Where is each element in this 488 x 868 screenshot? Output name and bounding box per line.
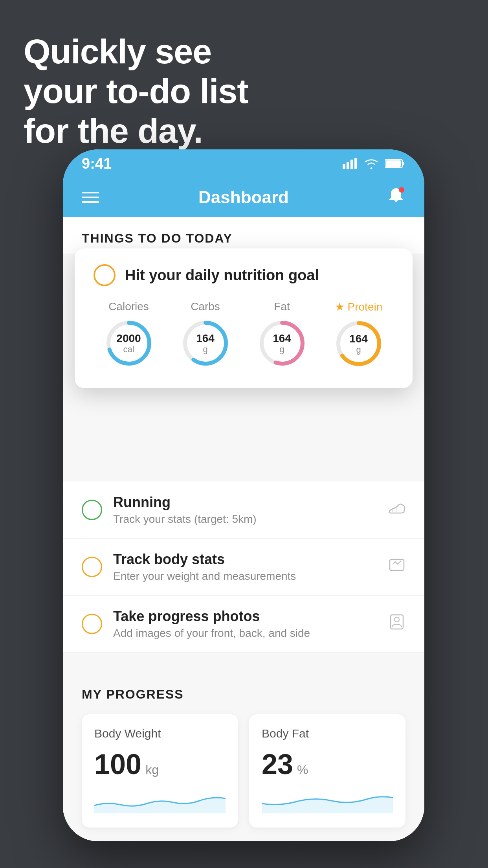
running-checkbox[interactable] bbox=[82, 500, 102, 520]
body-stats-checkbox[interactable] bbox=[82, 557, 102, 577]
headline-text: Quickly see your to-do list for the day. bbox=[24, 31, 248, 151]
body-fat-title: Body Fat bbox=[262, 727, 393, 740]
running-title: Running bbox=[113, 494, 257, 511]
nutrition-card: Hit your daily nutrition goal Calories 2… bbox=[75, 248, 413, 388]
running-subtitle: Track your stats (target: 5km) bbox=[113, 513, 257, 526]
nav-title: Dashboard bbox=[198, 188, 289, 207]
todo-list: Running Track your stats (target: 5km) T… bbox=[63, 482, 424, 653]
status-icons bbox=[343, 158, 405, 169]
body-weight-value: 100 kg bbox=[94, 748, 226, 780]
progress-section: MY PROGRESS Body Weight 100 kg bbox=[63, 668, 424, 841]
protein-donut: 164 g bbox=[333, 318, 384, 369]
photos-checkbox[interactable] bbox=[82, 614, 102, 634]
calories-label: Calories bbox=[108, 300, 149, 313]
calories-donut: 2000 cal bbox=[103, 318, 154, 369]
body-weight-chart bbox=[94, 790, 226, 813]
calories-item: Calories 2000 cal bbox=[103, 300, 154, 369]
body-fat-value: 23 % bbox=[262, 748, 393, 780]
progress-header: MY PROGRESS bbox=[82, 687, 405, 702]
body-stats-title: Track body stats bbox=[113, 551, 296, 568]
body-weight-title: Body Weight bbox=[94, 727, 226, 740]
wifi-icon bbox=[364, 158, 379, 169]
fat-value: 164 bbox=[273, 333, 291, 345]
nav-bar: Dashboard bbox=[63, 178, 424, 217]
carbs-donut: 164 g bbox=[180, 318, 231, 369]
carbs-label: Carbs bbox=[191, 300, 220, 313]
body-fat-chart bbox=[262, 790, 393, 813]
body-fat-card: Body Fat 23 % bbox=[249, 714, 405, 828]
photos-title: Take progress photos bbox=[113, 608, 310, 625]
signal-icon bbox=[343, 158, 358, 169]
nutrition-goal-label: Hit your daily nutrition goal bbox=[125, 267, 319, 284]
protein-item: ★ Protein 164 g bbox=[333, 300, 384, 369]
svg-rect-3 bbox=[354, 158, 357, 169]
todo-item-photos[interactable]: Take progress photos Add images of your … bbox=[63, 596, 424, 653]
svg-rect-5 bbox=[402, 162, 404, 165]
fat-label: Fat bbox=[274, 300, 290, 313]
body-stats-subtitle: Enter your weight and measurements bbox=[113, 570, 296, 583]
svg-rect-1 bbox=[347, 162, 349, 169]
bell-icon[interactable] bbox=[387, 186, 405, 209]
hamburger-menu-icon[interactable] bbox=[82, 192, 99, 203]
body-weight-number: 100 bbox=[94, 748, 141, 780]
nutrition-grid: Calories 2000 cal Carbs bbox=[94, 300, 394, 369]
carbs-item: Carbs 164 g bbox=[180, 300, 231, 369]
running-text: Running Track your stats (target: 5km) bbox=[113, 494, 257, 526]
body-stats-text: Track body stats Enter your weight and m… bbox=[113, 551, 296, 583]
nutrition-goal-checkbox[interactable] bbox=[94, 264, 116, 286]
photos-text: Take progress photos Add images of your … bbox=[113, 608, 310, 640]
todo-item-body-stats[interactable]: Track body stats Enter your weight and m… bbox=[63, 539, 424, 596]
svg-rect-6 bbox=[386, 160, 401, 167]
battery-icon bbox=[385, 158, 405, 169]
portrait-icon bbox=[388, 613, 405, 634]
phone-mockup: 9:41 bbox=[63, 149, 424, 841]
shoe-icon bbox=[387, 500, 405, 519]
svg-point-7 bbox=[399, 187, 404, 193]
body-fat-unit: % bbox=[297, 763, 308, 777]
scale-icon bbox=[388, 556, 405, 577]
protein-value: 164 bbox=[349, 333, 368, 345]
carbs-value: 164 bbox=[196, 333, 215, 345]
fat-donut: 164 g bbox=[257, 318, 308, 369]
app-content: THINGS TO DO TODAY Hit your daily nutrit… bbox=[63, 217, 424, 841]
calories-value: 2000 bbox=[116, 333, 141, 345]
body-weight-card: Body Weight 100 kg bbox=[82, 714, 238, 828]
svg-rect-16 bbox=[390, 559, 404, 570]
todo-item-running[interactable]: Running Track your stats (target: 5km) bbox=[63, 482, 424, 539]
body-weight-unit: kg bbox=[145, 763, 159, 777]
status-time: 9:41 bbox=[82, 155, 112, 172]
progress-cards: Body Weight 100 kg bbox=[82, 714, 405, 828]
svg-rect-2 bbox=[350, 160, 353, 169]
photos-subtitle: Add images of your front, back, and side bbox=[113, 627, 310, 640]
body-fat-number: 23 bbox=[262, 748, 293, 780]
fat-item: Fat 164 g bbox=[257, 300, 308, 369]
status-bar: 9:41 bbox=[63, 149, 424, 178]
svg-rect-0 bbox=[343, 164, 345, 169]
protein-label: ★ Protein bbox=[335, 300, 383, 313]
svg-point-18 bbox=[394, 617, 399, 622]
